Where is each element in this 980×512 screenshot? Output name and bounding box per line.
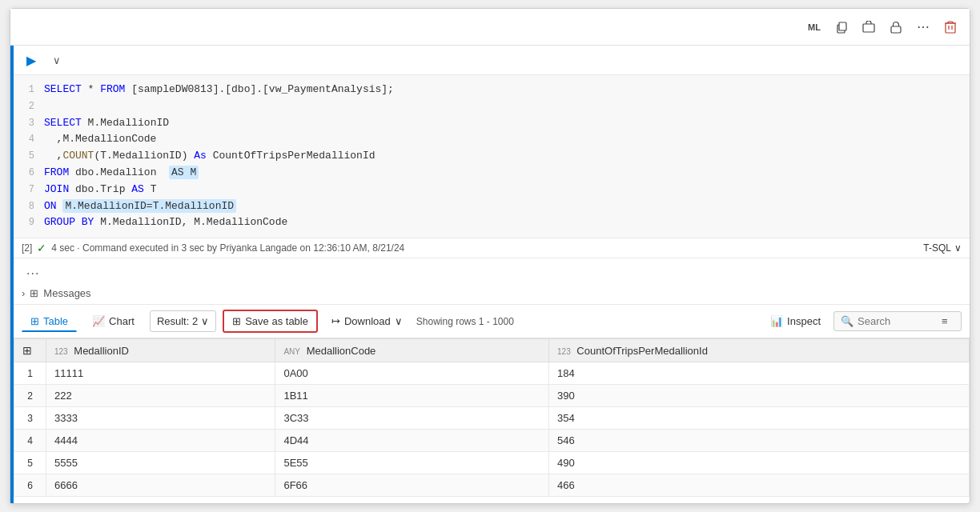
status-bar: [2] ✓ 4 sec · Command executed in 3 sec … xyxy=(14,238,970,258)
cell-rownum: 2 xyxy=(14,385,46,407)
messages-section: › ⊞ Messages xyxy=(14,282,970,305)
table-row[interactable]: 2 222 1B11 390 xyxy=(14,385,970,407)
col-type-badge-3: 123 xyxy=(557,347,571,356)
chart-tab-label: Chart xyxy=(109,315,135,327)
cell-bracket: [2] xyxy=(22,242,32,254)
code-line-2: 2 xyxy=(14,98,970,115)
table-row[interactable]: 3 3333 3C33 354 xyxy=(14,407,970,430)
data-table-wrapper: ⊞ 123 MedallionID ANY MedallionCode xyxy=(14,338,970,503)
col-header-medallioncode[interactable]: ANY MedallionCode xyxy=(275,339,549,362)
status-check-icon: ✓ xyxy=(37,242,46,254)
cell-medallioncode: 4D44 xyxy=(275,430,549,452)
code-line-4: 4 ,M.MedallionCode xyxy=(14,131,970,148)
rows-info: Showing rows 1 - 1000 xyxy=(416,316,514,327)
col-type-badge-2: ANY xyxy=(283,347,300,356)
save-table-label: Save as table xyxy=(245,315,308,327)
svg-rect-1 xyxy=(839,22,846,30)
expand-button[interactable]: ∨ xyxy=(47,50,66,70)
cell-medallioncode: 0A00 xyxy=(275,362,549,385)
table-body: 1 11111 0A00 184 2 222 1B11 390 3 3333 3… xyxy=(14,362,970,497)
cell-medallionid: 6666 xyxy=(46,474,275,497)
cell-rownum: 1 xyxy=(14,362,46,385)
top-toolbar: ML ⋯ xyxy=(10,9,970,46)
cell-medallioncode: 6F66 xyxy=(275,474,549,497)
filter-icon[interactable]: ≡ xyxy=(942,315,948,327)
download-icon: ↦ xyxy=(331,315,340,327)
code-line-9: 9 GROUP BY M.MedallionID, M.MedallionCod… xyxy=(14,214,970,231)
cell-countoftrips: 466 xyxy=(549,474,970,497)
svg-rect-2 xyxy=(863,24,874,32)
cell-countoftrips: 184 xyxy=(549,362,970,385)
cell-medallioncode: 1B11 xyxy=(275,385,549,407)
code-line-6: 6 FROM dbo.Medallion AS M xyxy=(14,165,970,182)
status-lang[interactable]: T-SQL ∨ xyxy=(923,242,962,254)
messages-grid-icon: ⊞ xyxy=(30,287,38,299)
code-line-1: 1 SELECT * FROM [sampleDW0813].[dbo].[vw… xyxy=(14,82,970,98)
messages-label: Messages xyxy=(43,287,90,299)
search-icon: 🔍 xyxy=(841,315,853,327)
share-icon[interactable] xyxy=(858,16,880,38)
col-header-medallionid[interactable]: 123 MedallionID xyxy=(46,339,275,362)
table-row[interactable]: 4 4444 4D44 546 xyxy=(14,430,970,452)
col-label-medallionid: MedallionID xyxy=(74,345,129,357)
main-window: ML ⋯ ▶ ∨ xyxy=(10,8,970,504)
download-button[interactable]: ↦ Download ∨ xyxy=(324,310,410,332)
more-icon[interactable]: ⋯ xyxy=(912,16,934,38)
run-controls: ▶ ∨ xyxy=(14,46,970,75)
cell-medallionid: 4444 xyxy=(46,430,275,452)
copy-icon[interactable] xyxy=(830,16,853,38)
code-line-5: 5 ,COUNT(T.MedallionID) As CountOfTripsP… xyxy=(14,148,970,165)
cell-countoftrips: 390 xyxy=(549,385,970,407)
save-as-table-button[interactable]: ⊞ Save as table xyxy=(223,310,318,333)
table-tab-icon: ⊞ xyxy=(30,315,39,327)
chevron-down-icon: ∨ xyxy=(201,315,209,327)
results-toolbar: ⊞ Table 📈 Chart Result: 2 ∨ xyxy=(14,305,970,338)
svg-rect-4 xyxy=(946,23,955,33)
table-row[interactable]: 5 5555 5E55 490 xyxy=(14,452,970,474)
svg-rect-3 xyxy=(891,26,901,33)
cell-countoftrips: 354 xyxy=(549,407,970,430)
chart-tab-icon: 📈 xyxy=(92,315,105,327)
ml-icon[interactable]: ML xyxy=(803,16,825,38)
table-tab-label: Table xyxy=(43,315,68,327)
cell-medallionid: 5555 xyxy=(46,452,275,474)
code-line-8: 8 ON M.MedallionID=T.MedallionID xyxy=(14,198,970,215)
cell-medallionid: 11111 xyxy=(46,362,275,385)
inspect-label: Inspect xyxy=(787,315,821,327)
download-label: Download xyxy=(344,315,391,327)
cell-rownum: 3 xyxy=(14,407,46,430)
data-table: ⊞ 123 MedallionID ANY MedallionCode xyxy=(14,338,970,497)
inspect-button[interactable]: 📊 Inspect xyxy=(764,311,827,331)
cell-rownum: 6 xyxy=(14,474,46,497)
search-input[interactable] xyxy=(858,315,938,327)
download-chevron-icon: ∨ xyxy=(395,315,403,327)
result-dropdown[interactable]: Result: 2 ∨ xyxy=(150,310,216,332)
tab-table[interactable]: ⊞ Table xyxy=(22,310,77,332)
code-editor[interactable]: 1 SELECT * FROM [sampleDW0813].[dbo].[vw… xyxy=(14,75,970,238)
code-panel: ▶ ∨ 1 SELECT * FROM [sampleDW0813].[dbo]… xyxy=(14,46,970,503)
table-header-row: ⊞ 123 MedallionID ANY MedallionCode xyxy=(14,339,970,362)
main-area: ▶ ∨ 1 SELECT * FROM [sampleDW0813].[dbo]… xyxy=(10,46,970,503)
inspect-icon: 📊 xyxy=(770,315,783,327)
result-dropdown-label: Result: 2 xyxy=(157,315,198,327)
more-button[interactable]: ... xyxy=(22,262,44,279)
search-box[interactable]: 🔍 ≡ xyxy=(833,311,962,331)
lock-icon[interactable] xyxy=(885,16,907,38)
cell-medallioncode: 3C33 xyxy=(275,407,549,430)
status-message: 4 sec · Command executed in 3 sec by Pri… xyxy=(51,242,404,254)
col-label-medallioncode: MedallionCode xyxy=(307,345,376,357)
col-header-countoftrips[interactable]: 123 CountOfTripsPerMedallionId xyxy=(549,339,970,362)
tab-chart[interactable]: 📈 Chart xyxy=(83,310,143,332)
cell-medallionid: 3333 xyxy=(46,407,275,430)
messages-bar: ... xyxy=(14,258,970,282)
results-panel: ⊞ Table 📈 Chart Result: 2 ∨ xyxy=(14,305,970,503)
delete-icon[interactable] xyxy=(939,16,962,38)
run-button[interactable]: ▶ xyxy=(22,50,41,70)
messages-expand-icon[interactable]: › xyxy=(22,287,25,299)
col-label-countoftrips: CountOfTripsPerMedallionId xyxy=(576,345,708,357)
cell-rownum: 4 xyxy=(14,430,46,452)
table-row[interactable]: 6 6666 6F66 466 xyxy=(14,474,970,497)
col-header-rownum: ⊞ xyxy=(14,339,46,362)
table-row[interactable]: 1 11111 0A00 184 xyxy=(14,362,970,385)
cell-medallionid: 222 xyxy=(46,385,275,407)
